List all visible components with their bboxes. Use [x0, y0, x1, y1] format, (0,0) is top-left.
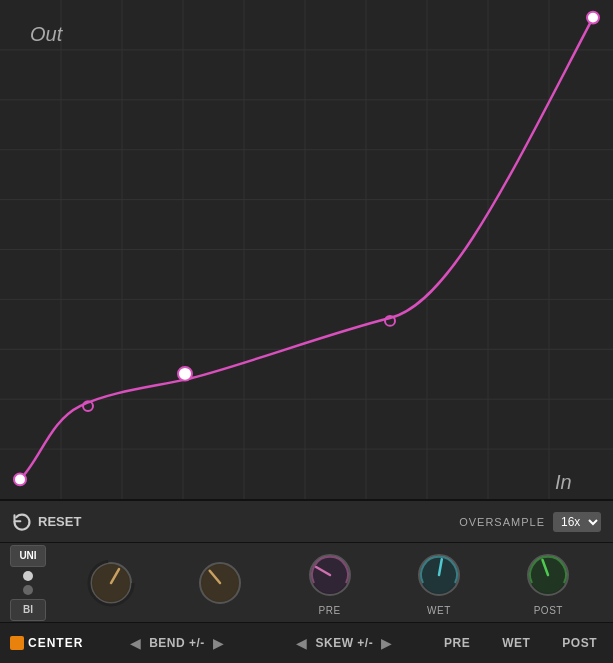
- curve-point-2[interactable]: [178, 367, 192, 381]
- oversample-label: OVERSAMPLE: [459, 516, 545, 528]
- pre-knob-wrap: PRE: [275, 549, 384, 616]
- post-bottom-label[interactable]: POST: [546, 636, 613, 650]
- bi-button[interactable]: BI: [10, 599, 46, 621]
- bend-control: ◀ BEND +/- ▶: [93, 635, 260, 651]
- uni-bi-toggle: UNI BI: [10, 545, 46, 621]
- wet-knob[interactable]: [413, 549, 465, 601]
- bend-right-arrow[interactable]: ▶: [209, 635, 228, 651]
- center-text: CENTER: [28, 636, 83, 650]
- bend-knob[interactable]: [85, 557, 137, 609]
- skew-control: ◀ SKEW +/- ▶: [261, 635, 428, 651]
- curve-point-4[interactable]: [587, 12, 599, 24]
- pre-bottom-label[interactable]: PRE: [428, 636, 486, 650]
- reset-icon: [12, 512, 32, 532]
- skew-left-arrow[interactable]: ◀: [292, 635, 311, 651]
- uni-dot: [23, 571, 33, 581]
- center-button[interactable]: CENTER: [0, 623, 93, 663]
- skew-knob-wrap: [165, 557, 274, 609]
- bi-dot: [23, 585, 33, 595]
- curve-point-0[interactable]: [14, 474, 26, 486]
- post-knob[interactable]: [522, 549, 574, 601]
- graph-svg[interactable]: Out In: [0, 0, 613, 499]
- post-knob-wrap: POST: [494, 549, 603, 616]
- wet-label: WET: [427, 605, 451, 616]
- wet-knob-wrap: WET: [384, 549, 493, 616]
- in-label: In: [555, 471, 572, 493]
- pre-wet-post: PRE WET POST: [428, 636, 613, 650]
- wet-bottom-label[interactable]: WET: [486, 636, 546, 650]
- skew-knob[interactable]: [194, 557, 246, 609]
- bend-left-arrow[interactable]: ◀: [126, 635, 145, 651]
- graph-area: Out In: [0, 0, 613, 501]
- uni-button[interactable]: UNI: [10, 545, 46, 567]
- skew-right-arrow[interactable]: ▶: [377, 635, 396, 651]
- reset-button[interactable]: RESET: [12, 512, 81, 532]
- post-label: POST: [534, 605, 563, 616]
- oversample-select[interactable]: 1x 2x 4x 8x 16x: [553, 512, 601, 532]
- out-label: Out: [30, 23, 64, 45]
- control-bar: RESET OVERSAMPLE 1x 2x 4x 8x 16x: [0, 501, 613, 543]
- pre-knob[interactable]: [304, 549, 356, 601]
- main-container: Out In RESET OVERSAMPLE 1x 2x 4x 8x 16x: [0, 0, 613, 663]
- skew-param-label: SKEW +/-: [315, 636, 373, 650]
- reset-label: RESET: [38, 514, 81, 529]
- bend-knob-wrap: [56, 557, 165, 609]
- center-square: [10, 636, 24, 650]
- knob-row: UNI BI: [0, 543, 613, 623]
- bend-param-label: BEND +/-: [149, 636, 205, 650]
- pre-label: PRE: [318, 605, 340, 616]
- bottom-row: CENTER ◀ BEND +/- ▶ ◀ SKEW +/- ▶ PRE WET…: [0, 623, 613, 663]
